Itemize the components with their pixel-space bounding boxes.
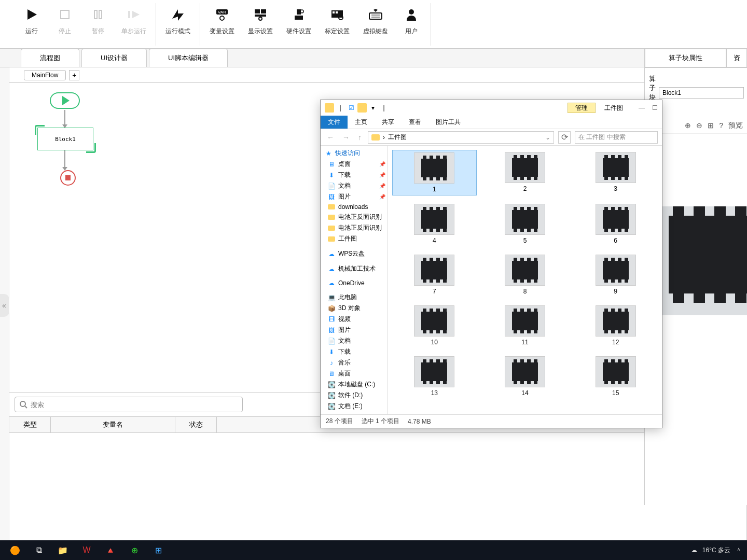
help-icon[interactable]: ?: [719, 121, 723, 130]
search-box[interactable]: [15, 397, 243, 412]
ribbon-share[interactable]: 共享: [375, 116, 402, 129]
display-settings-button[interactable]: 显示设置: [245, 3, 276, 36]
tree-disk-c[interactable]: 💽本地磁盘 (C:): [321, 379, 388, 390]
explorer-search[interactable]: 在 工件图 中搜索: [575, 131, 658, 144]
grid-icon[interactable]: ⊞: [708, 121, 714, 130]
expand-left-icon[interactable]: «: [0, 294, 9, 317]
tree-quick-access[interactable]: ★快速访问: [321, 148, 388, 159]
tree-battery1[interactable]: 电池正反面识别: [321, 212, 388, 222]
file-item[interactable]: 13: [392, 354, 477, 399]
node-stop[interactable]: [60, 170, 76, 186]
tree-desktop2[interactable]: 🖥桌面: [321, 368, 388, 379]
file-item[interactable]: 1: [392, 150, 477, 195]
nav-tree[interactable]: ★快速访问 🖥桌面📌 ⬇下载📌 📄文档📌 🖼图片📌 downloads 电池正反…: [321, 146, 388, 414]
tree-mach[interactable]: ☁机械加工技术: [321, 263, 388, 274]
explorer-icon[interactable]: 📁: [53, 542, 73, 558]
wps-icon[interactable]: W: [77, 542, 96, 558]
file-item[interactable]: 9: [573, 253, 658, 297]
qat-dropdown-icon[interactable]: ▾: [368, 103, 378, 113]
file-item[interactable]: 4: [392, 202, 477, 246]
file-item[interactable]: 11: [483, 303, 568, 348]
path-dropdown-icon[interactable]: ⌄: [545, 134, 550, 141]
taskbar-app-icon[interactable]: 🟠: [5, 542, 25, 558]
tab-ui-designer[interactable]: UI设计器: [81, 49, 147, 67]
tree-documents2[interactable]: 📄文档: [321, 335, 388, 346]
tab-ui-script[interactable]: UI脚本编辑器: [149, 49, 228, 67]
tree-thispc[interactable]: 💻此电脑: [321, 292, 388, 303]
file-item[interactable]: 6: [573, 202, 658, 246]
task-view-icon[interactable]: ⧉: [29, 542, 49, 558]
file-explorer-window[interactable]: | ☑ ▾ | 管理 工件图 — ☐ 文件 主页 共享 查看 图片工具 ←: [320, 100, 662, 428]
file-item[interactable]: 12: [573, 303, 658, 348]
file-item[interactable]: 2: [483, 150, 568, 195]
tree-disk-e[interactable]: 💽文档 (E:): [321, 401, 388, 412]
tree-downloads2[interactable]: ⬇下载: [321, 346, 388, 357]
nav-forward-icon[interactable]: →: [340, 133, 352, 142]
stop-button[interactable]: 停止: [52, 3, 78, 36]
tray-chevron-icon[interactable]: ＾: [736, 546, 742, 555]
minimize-icon[interactable]: —: [639, 104, 645, 111]
file-item[interactable]: 8: [483, 253, 568, 297]
runmode-button[interactable]: 运行模式: [162, 3, 193, 36]
file-item[interactable]: 10: [392, 303, 477, 348]
tree-disk-d[interactable]: 💽软件 (D:): [321, 390, 388, 401]
file-item[interactable]: 5: [483, 202, 568, 246]
svg-point-6: [220, 16, 224, 20]
pause-button[interactable]: 暂停: [85, 3, 111, 36]
weather-icon[interactable]: ☁: [691, 547, 697, 554]
tree-video[interactable]: 🎞视频: [321, 314, 388, 325]
tab-flowchart[interactable]: 流程图: [21, 49, 79, 67]
file-grid[interactable]: 123456789101112131415: [388, 146, 662, 414]
qat-check-icon[interactable]: ☑: [347, 103, 356, 113]
tree-battery2[interactable]: 电池正反面识别: [321, 222, 388, 233]
tree-downloads[interactable]: ⬇下载📌: [321, 170, 388, 180]
file-item[interactable]: 14: [483, 354, 568, 399]
prop-input-blockname[interactable]: [659, 87, 744, 99]
zoom-out-icon[interactable]: ⊖: [696, 121, 702, 130]
flow-add-button[interactable]: +: [69, 70, 79, 80]
tab-block-prop[interactable]: 算子块属性: [645, 49, 726, 67]
nav-up-icon[interactable]: ↑: [356, 133, 364, 142]
file-item[interactable]: 7: [392, 253, 477, 297]
node-block1[interactable]: Block1: [37, 128, 93, 150]
explorer-titlebar[interactable]: | ☑ ▾ | 管理 工件图 — ☐: [321, 100, 662, 116]
tree-onedrive[interactable]: ☁OneDrive: [321, 278, 388, 288]
hardware-settings-button[interactable]: 硬件设置: [283, 3, 314, 36]
ribbon-file[interactable]: 文件: [321, 116, 348, 129]
tree-pictures2[interactable]: 🖼图片: [321, 325, 388, 335]
virtual-keyboard-button[interactable]: 虚拟键盘: [360, 3, 391, 36]
app-icon[interactable]: 🔺: [101, 542, 120, 558]
node-start[interactable]: [50, 92, 80, 109]
tree-wps[interactable]: ☁WPS云盘: [321, 248, 388, 259]
display-settings-label: 显示设置: [248, 27, 273, 36]
flow-tab-main[interactable]: MainFlow: [24, 70, 66, 80]
tree-documents[interactable]: 📄文档📌: [321, 180, 388, 191]
app-icon[interactable]: ⊞: [148, 542, 168, 558]
file-item[interactable]: 3: [573, 150, 658, 195]
tree-desktop[interactable]: 🖥桌面📌: [321, 159, 388, 170]
tab-resource[interactable]: 资: [726, 49, 747, 67]
taskbar[interactable]: 🟠 ⧉ 📁 W 🔺 ⊕ ⊞ ☁ 16°C 多云 ＾: [0, 540, 747, 560]
refresh-icon[interactable]: ⟳: [558, 131, 571, 144]
path-segment[interactable]: 工件图: [388, 133, 407, 142]
search-input[interactable]: [31, 401, 238, 409]
run-button[interactable]: 运行: [19, 3, 45, 36]
app-icon[interactable]: ⊕: [125, 542, 144, 558]
tree-music[interactable]: ♪音乐: [321, 357, 388, 368]
ribbon-home[interactable]: 主页: [348, 116, 375, 129]
address-path[interactable]: › 工件图 ⌄: [368, 131, 554, 144]
ribbon-view[interactable]: 查看: [402, 116, 428, 129]
tree-3d[interactable]: 📦3D 对象: [321, 303, 388, 314]
file-item[interactable]: 15: [573, 354, 658, 399]
step-button[interactable]: 单步运行: [118, 3, 149, 36]
zoom-in-icon[interactable]: ⊕: [685, 121, 691, 130]
tree-downloads-en[interactable]: downloads: [321, 202, 388, 212]
ribbon-imgtools[interactable]: 图片工具: [428, 116, 468, 129]
calib-settings-button[interactable]: 标定设置: [322, 3, 353, 36]
var-settings-button[interactable]: VAR 变量设置: [206, 3, 238, 36]
maximize-icon[interactable]: ☐: [652, 104, 658, 111]
user-button[interactable]: 用户: [398, 3, 424, 36]
tree-workpiece[interactable]: 工件图: [321, 233, 388, 244]
tree-pictures[interactable]: 🖼图片📌: [321, 191, 388, 202]
nav-back-icon[interactable]: ←: [325, 133, 336, 142]
